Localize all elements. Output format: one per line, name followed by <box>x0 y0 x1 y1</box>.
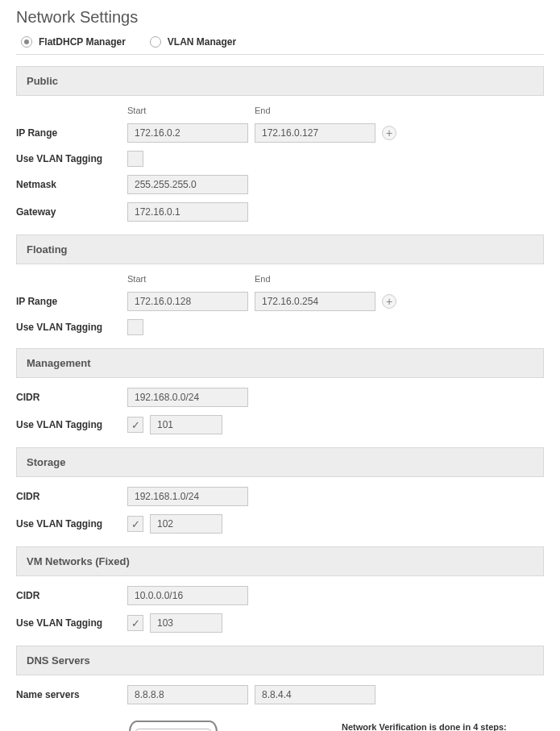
dns-name-label: Name servers <box>16 689 121 700</box>
radio-circle-icon <box>150 36 161 48</box>
management-form: CIDR Use VLAN Tagging <box>16 388 544 434</box>
management-cidr-input[interactable] <box>127 388 248 407</box>
dns-form: Name servers <box>16 685 544 704</box>
public-netmask-input[interactable] <box>127 175 248 194</box>
public-netmask-label: Netmask <box>16 179 121 190</box>
storage-cidr-input[interactable] <box>127 487 248 506</box>
manager-radio-group: FlatDHCP Manager VLAN Manager <box>16 36 544 48</box>
storage-vlan-id-input[interactable] <box>150 514 222 534</box>
floating-ip-range-label: IP Range <box>16 296 121 307</box>
public-vlan-checkbox[interactable] <box>127 151 143 167</box>
col-start-label: Start <box>127 106 248 115</box>
verification-text: Network Verification is done in 4 steps:… <box>342 721 544 731</box>
vmnet-vlan-label: Use VLAN Tagging <box>16 617 121 629</box>
page-title: Network Settings <box>16 8 544 27</box>
vmnet-form: CIDR Use VLAN Tagging <box>16 586 544 633</box>
floating-add-range-button[interactable]: + <box>382 294 396 309</box>
floating-ip-start-input[interactable] <box>127 292 248 311</box>
public-ip-range-label: IP Range <box>16 127 121 139</box>
verification-row: Network Verification is done in 4 steps:… <box>16 721 544 731</box>
section-header-dns: DNS Servers <box>16 646 544 675</box>
public-add-range-button[interactable]: + <box>382 126 396 140</box>
management-vlan-id-input[interactable] <box>150 415 222 434</box>
plus-icon: + <box>386 296 392 307</box>
storage-vlan-checkbox[interactable] <box>127 516 143 532</box>
public-ip-end-input[interactable] <box>255 123 375 143</box>
radio-vlan[interactable]: VLAN Manager <box>150 36 236 48</box>
public-form: Start End IP Range + Use VLAN Tagging Ne… <box>16 106 544 222</box>
section-header-storage: Storage <box>16 447 544 477</box>
dns-ns1-input[interactable] <box>127 685 248 704</box>
plus-icon: + <box>386 127 392 139</box>
floating-vlan-label: Use VLAN Tagging <box>16 322 121 333</box>
radio-flatdhcp[interactable]: FlatDHCP Manager <box>21 36 126 48</box>
storage-vlan-label: Use VLAN Tagging <box>16 518 121 530</box>
radio-circle-icon <box>21 36 32 48</box>
col-end-label: End <box>255 106 375 115</box>
floating-vlan-checkbox[interactable] <box>127 319 143 335</box>
vmnet-cidr-label: CIDR <box>16 590 121 601</box>
management-vlan-label: Use VLAN Tagging <box>16 419 121 430</box>
public-gateway-label: Gateway <box>16 206 121 218</box>
section-header-public: Public <box>16 66 544 96</box>
vmnet-vlan-checkbox[interactable] <box>127 615 143 631</box>
section-header-vmnet: VM Networks (Fixed) <box>16 546 544 576</box>
storage-cidr-label: CIDR <box>16 491 121 502</box>
floating-ip-end-input[interactable] <box>255 292 375 311</box>
management-vlan-checkbox[interactable] <box>127 417 143 433</box>
floating-form: Start End IP Range + Use VLAN Tagging <box>16 274 544 335</box>
vmnet-vlan-id-input[interactable] <box>150 613 222 633</box>
storage-form: CIDR Use VLAN Tagging <box>16 487 544 534</box>
network-diagram <box>16 721 322 731</box>
radio-flatdhcp-label: FlatDHCP Manager <box>39 36 126 48</box>
col-start-label: Start <box>127 274 248 284</box>
management-cidr-label: CIDR <box>16 392 121 403</box>
public-ip-start-input[interactable] <box>127 123 248 143</box>
verify-heading: Network Verification is done in 4 steps: <box>342 721 544 731</box>
vmnet-cidr-input[interactable] <box>127 586 248 605</box>
public-gateway-input[interactable] <box>127 202 248 222</box>
section-header-floating: Floating <box>16 235 544 264</box>
dns-ns2-input[interactable] <box>255 685 375 704</box>
col-end-label: End <box>255 274 375 284</box>
switch-icon <box>129 721 218 731</box>
section-header-management: Management <box>16 348 544 378</box>
radio-vlan-label: VLAN Manager <box>168 36 236 48</box>
divider <box>16 54 544 55</box>
public-vlan-label: Use VLAN Tagging <box>16 153 121 164</box>
